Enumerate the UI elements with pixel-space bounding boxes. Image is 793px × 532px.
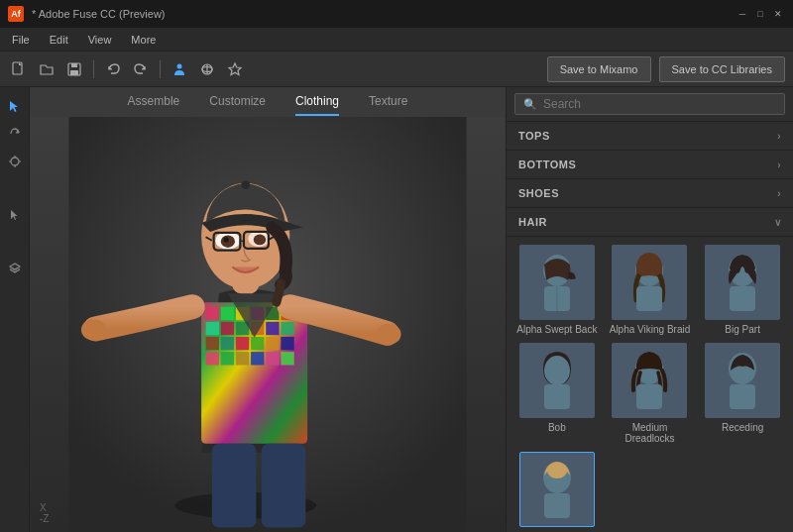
category-tops[interactable]: TOPS › bbox=[507, 122, 793, 151]
svg-rect-25 bbox=[206, 337, 219, 350]
svg-point-60 bbox=[544, 356, 570, 385]
hair-item-big-part[interactable]: Big Part bbox=[700, 245, 785, 335]
menu-edit[interactable]: Edit bbox=[46, 32, 72, 48]
save-to-cc-button[interactable]: Save to CC Libraries bbox=[659, 56, 786, 82]
window-controls: ─ □ ✕ bbox=[736, 7, 785, 21]
hair-thumb-alpha-viking-braid[interactable] bbox=[612, 245, 687, 320]
toolbar-separator bbox=[93, 60, 94, 78]
minimize-button[interactable]: ─ bbox=[736, 7, 749, 21]
save-icon[interactable] bbox=[63, 58, 85, 80]
tab-clothing[interactable]: Clothing bbox=[295, 88, 339, 116]
hair-chevron-icon: ∨ bbox=[774, 217, 782, 228]
app-icon: Af bbox=[8, 6, 24, 22]
hair-item-short-hair[interactable]: Short Hair bbox=[514, 452, 600, 532]
menu-view[interactable]: View bbox=[84, 32, 116, 48]
svg-rect-30 bbox=[281, 337, 293, 350]
svg-point-9 bbox=[11, 158, 19, 165]
hair-thumb-short-hair[interactable] bbox=[519, 452, 595, 527]
menu-bar: File Edit View More bbox=[0, 28, 793, 52]
search-icon: 🔍 bbox=[523, 98, 537, 111]
viewport[interactable]: Assemble Customize Clothing Texture bbox=[30, 87, 506, 532]
bottoms-chevron-icon: › bbox=[777, 160, 781, 170]
category-bottoms-label: BOTTOMS bbox=[518, 159, 576, 170]
hair-item-alpha-viking-braid[interactable]: Alpha Viking Braid bbox=[608, 245, 693, 335]
hair-item-alpha-swept-back[interactable]: Alpha Swept Back bbox=[514, 245, 600, 335]
svg-rect-56 bbox=[636, 286, 662, 311]
svg-rect-20 bbox=[221, 322, 234, 335]
svg-point-49 bbox=[241, 180, 250, 189]
category-hair-section: HAIR ∨ bbox=[507, 208, 793, 532]
hair-thumb-big-part[interactable] bbox=[705, 245, 780, 320]
hair-label-bob: Bob bbox=[548, 422, 566, 433]
hair-label-big-part: Big Part bbox=[725, 324, 760, 335]
category-shoes[interactable]: SHOES › bbox=[507, 179, 793, 208]
svg-point-46 bbox=[254, 235, 266, 246]
shape-icon[interactable] bbox=[196, 58, 218, 80]
hair-thumb-alpha-swept-back[interactable] bbox=[519, 245, 595, 320]
menu-more[interactable]: More bbox=[127, 32, 160, 48]
hair-item-bob[interactable]: Bob bbox=[514, 343, 600, 444]
svg-rect-28 bbox=[251, 337, 264, 350]
svg-rect-51 bbox=[262, 444, 306, 528]
close-button[interactable]: ✕ bbox=[771, 7, 785, 21]
open-file-icon[interactable] bbox=[36, 58, 57, 80]
category-hair-label: HAIR bbox=[518, 216, 547, 228]
tops-chevron-icon: › bbox=[777, 131, 781, 142]
category-hair[interactable]: HAIR ∨ bbox=[507, 208, 793, 237]
assemble-mode-icon[interactable] bbox=[169, 58, 190, 80]
sidebar-select-icon[interactable] bbox=[4, 95, 26, 117]
title-text: * Adobe Fuse CC (Preview) bbox=[32, 8, 728, 20]
search-input[interactable] bbox=[543, 97, 776, 111]
tab-texture[interactable]: Texture bbox=[369, 88, 407, 116]
hair-grid: Alpha Swept Back bbox=[507, 237, 793, 532]
toolbar-left bbox=[8, 58, 246, 80]
new-file-icon[interactable] bbox=[8, 58, 30, 80]
svg-marker-8 bbox=[229, 63, 241, 75]
svg-rect-68 bbox=[544, 493, 570, 518]
hair-label-medium-dreadlocks: Medium Dreadlocks bbox=[608, 422, 693, 444]
svg-point-38 bbox=[377, 324, 401, 345]
svg-rect-63 bbox=[636, 384, 662, 409]
svg-rect-27 bbox=[236, 337, 249, 350]
tab-bar: Assemble Customize Clothing Texture bbox=[30, 87, 506, 117]
hair-item-medium-dreadlocks[interactable]: Medium Dreadlocks bbox=[608, 343, 693, 444]
undo-icon[interactable] bbox=[102, 58, 124, 80]
sidebar-refresh-icon[interactable] bbox=[4, 151, 26, 172]
maximize-button[interactable]: □ bbox=[753, 7, 767, 21]
search-bar: 🔍 bbox=[507, 87, 793, 122]
tab-customize[interactable]: Customize bbox=[209, 88, 266, 116]
hair-thumb-receding[interactable] bbox=[705, 343, 780, 418]
svg-point-37 bbox=[81, 319, 106, 340]
svg-rect-33 bbox=[236, 352, 249, 365]
svg-rect-13 bbox=[206, 307, 219, 320]
hair-label-receding: Receding bbox=[722, 422, 763, 433]
hair-item-receding[interactable]: Receding bbox=[700, 343, 785, 444]
svg-rect-2 bbox=[71, 63, 77, 67]
main-content: Assemble Customize Clothing Texture bbox=[0, 87, 793, 532]
right-panel: 🔍 TOPS › BOTTOMS › SHOES › bbox=[506, 87, 793, 532]
svg-rect-32 bbox=[221, 352, 234, 365]
search-input-wrap[interactable]: 🔍 bbox=[514, 93, 785, 115]
svg-rect-24 bbox=[281, 322, 293, 335]
tab-assemble[interactable]: Assemble bbox=[128, 88, 180, 116]
menu-file[interactable]: File bbox=[8, 32, 34, 48]
svg-rect-14 bbox=[221, 307, 234, 320]
svg-point-67 bbox=[547, 463, 567, 479]
save-to-mixamo-button[interactable]: Save to Mixamo bbox=[547, 56, 651, 82]
redo-icon[interactable] bbox=[130, 58, 152, 80]
toolbar-separator-2 bbox=[160, 60, 161, 78]
title-bar: Af * Adobe Fuse CC (Preview) ─ □ ✕ bbox=[0, 0, 793, 28]
viewport-coords: X -Z bbox=[40, 502, 49, 524]
toolbar-right: Save to Mixamo Save to CC Libraries bbox=[547, 56, 785, 82]
sidebar-arrow-icon[interactable] bbox=[4, 204, 26, 226]
character-area: X -Z bbox=[30, 117, 506, 532]
star-icon[interactable] bbox=[224, 58, 246, 80]
hair-thumb-medium-dreadlocks[interactable] bbox=[612, 343, 687, 418]
sidebar-rotate-icon[interactable] bbox=[4, 123, 26, 145]
hair-thumb-bob[interactable] bbox=[519, 343, 595, 418]
svg-rect-26 bbox=[221, 337, 234, 350]
category-bottoms[interactable]: BOTTOMS › bbox=[507, 151, 793, 179]
svg-rect-50 bbox=[212, 444, 257, 528]
toolbar: Save to Mixamo Save to CC Libraries bbox=[0, 52, 793, 87]
sidebar-layers-icon[interactable] bbox=[4, 258, 26, 279]
